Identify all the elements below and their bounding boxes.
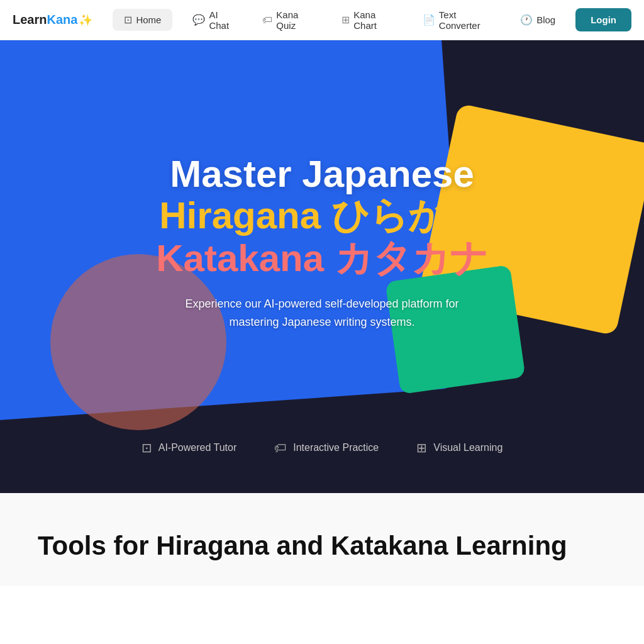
quiz-icon: 🏷 bbox=[262, 14, 272, 26]
section-title: Tools for Hiragana and Katakana Learning bbox=[38, 531, 606, 561]
blog-icon: 🕐 bbox=[520, 14, 533, 26]
hero-title-salmon: Katakana カタカナ bbox=[25, 236, 619, 280]
converter-icon: 📄 bbox=[423, 14, 435, 26]
feature-interactive-practice: 🏷 Interactive Practice bbox=[274, 440, 379, 455]
hero-title-yellow: Hiragana ひらかな bbox=[25, 195, 619, 236]
hero-content: Master Japanese Hiragana ひらかな Katakana カ… bbox=[0, 153, 644, 331]
nav-ai-chat[interactable]: 💬 AI Chat bbox=[182, 4, 247, 36]
nav-text-converter[interactable]: 📄 Text Converter bbox=[413, 4, 505, 36]
nav-kana-quiz[interactable]: 🏷 Kana Quiz bbox=[252, 4, 326, 36]
hero-section: Master Japanese Hiragana ひらかな Katakana カ… bbox=[0, 40, 644, 493]
logo-learn-text: Learn bbox=[13, 13, 47, 27]
home-icon: ⊡ bbox=[124, 14, 132, 26]
home-button[interactable]: ⊡ Home bbox=[113, 9, 172, 31]
navbar: Learn Kana ✨ ⊡ Home 💬 AI Chat 🏷 Kana Qui… bbox=[0, 0, 644, 40]
chat-icon: 💬 bbox=[192, 14, 205, 26]
logo-star-icon: ✨ bbox=[79, 13, 92, 27]
logo-kana-text: Kana bbox=[47, 13, 77, 27]
nav-blog[interactable]: 🕐 Blog bbox=[510, 9, 565, 31]
hero-subtitle: Experience our AI-powered self-developed… bbox=[25, 295, 619, 331]
feature-visual-learning: ⊞ Visual Learning bbox=[416, 440, 502, 455]
nav-kana-chart[interactable]: ⊞ Kana Chart bbox=[331, 4, 408, 36]
practice-icon: 🏷 bbox=[274, 441, 287, 455]
logo[interactable]: Learn Kana ✨ bbox=[13, 13, 92, 27]
login-button[interactable]: Login bbox=[575, 8, 631, 31]
hero-title-white: Master Japanese bbox=[25, 153, 619, 195]
feature-ai-tutor: ⊡ AI-Powered Tutor bbox=[142, 440, 237, 455]
below-hero-section: Tools for Hiragana and Katakana Learning bbox=[0, 493, 644, 586]
chart-icon: ⊞ bbox=[341, 14, 350, 26]
visual-icon: ⊞ bbox=[416, 440, 427, 455]
ai-tutor-icon: ⊡ bbox=[142, 440, 152, 455]
hero-features: ⊡ AI-Powered Tutor 🏷 Interactive Practic… bbox=[0, 440, 644, 455]
